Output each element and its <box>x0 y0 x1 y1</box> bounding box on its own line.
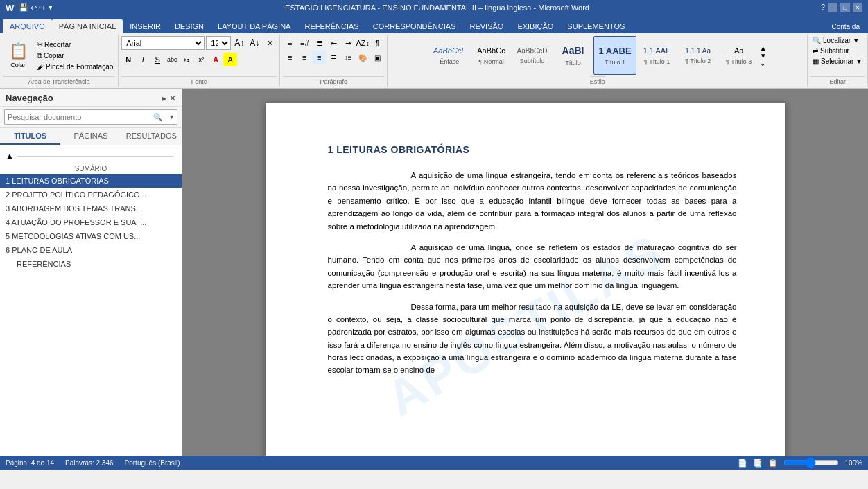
numbering-btn[interactable]: ≡# <box>297 36 311 50</box>
copy-button[interactable]: ⧉ Copiar <box>35 51 115 61</box>
tab-inserir[interactable]: INSERIR <box>123 19 168 33</box>
nav-collapse-btn[interactable]: ▸ <box>162 94 166 103</box>
styles-scroll-up[interactable]: ▲ <box>760 44 767 52</box>
style-titulo[interactable]: AaBI Título <box>553 36 593 75</box>
font-grow-btn[interactable]: A↑ <box>232 36 246 50</box>
style-normal[interactable]: AaBbCc ¶ Normal <box>471 36 511 75</box>
sort-btn[interactable]: AZ↕ <box>356 36 370 50</box>
tab-exibicao[interactable]: EXIBIÇÃO <box>510 19 560 33</box>
font-shrink-btn[interactable]: A↓ <box>248 36 261 50</box>
multilevel-btn[interactable]: ≣ <box>312 36 326 50</box>
align-center-btn[interactable]: ≡ <box>297 51 311 64</box>
font-group: Arial Times New Roman Calibri 12 10 11 1… <box>119 35 280 87</box>
style-titulo-label: Título <box>565 60 581 66</box>
style-titulo1[interactable]: 1 AABE Título 1 <box>593 36 636 75</box>
conta-btn[interactable]: Conta da <box>826 20 865 33</box>
increase-indent-btn[interactable]: ⇥ <box>341 36 355 50</box>
zoom-slider[interactable] <box>783 460 839 465</box>
align-left-btn[interactable]: ≡ <box>283 51 297 64</box>
underline-button[interactable]: S <box>150 53 164 66</box>
borders-btn[interactable]: ▣ <box>370 51 384 64</box>
toc-item-5[interactable]: 5 METODOLOGIAS ATIVAS COM US... <box>0 229 182 243</box>
view-read-btn[interactable]: 📋 <box>768 459 778 468</box>
nav-tab-titulos[interactable]: TÍTULOS <box>0 128 60 145</box>
undo-quick-btn[interactable]: ↩ <box>31 3 37 12</box>
justify-btn[interactable]: ≣ <box>327 51 340 64</box>
tab-layout[interactable]: LAYOUT DA PÁGINA <box>211 19 297 33</box>
cut-button[interactable]: ✂ Recortar <box>35 39 115 50</box>
editing-group-label: Editar <box>810 76 865 85</box>
font-row-1: Arial Times New Roman Calibri 12 10 11 1… <box>121 36 277 50</box>
redo-quick-btn[interactable]: ↪ <box>39 3 45 12</box>
minimize-btn[interactable]: ─ <box>828 3 837 12</box>
nav-tab-resultados[interactable]: RESULTADOS <box>121 128 182 145</box>
nav-tab-paginas[interactable]: PÁGINAS <box>60 128 121 145</box>
search-options-btn[interactable]: ▼ <box>166 114 177 121</box>
close-btn[interactable]: ✕ <box>853 3 862 12</box>
font-size-select[interactable]: 12 10 11 14 <box>206 36 231 50</box>
style-enfase[interactable]: AaBbCcL Ênfase <box>428 36 470 75</box>
nav-close-btn[interactable]: ✕ <box>169 94 176 103</box>
tab-suplementos[interactable]: SUPLEMENTOS <box>560 19 632 33</box>
tab-design[interactable]: DESIGN <box>168 19 211 33</box>
font-group-label: Fonte <box>121 76 277 85</box>
tab-revisao[interactable]: REVISÃO <box>462 19 510 33</box>
maximize-btn[interactable]: □ <box>840 3 850 12</box>
save-quick-btn[interactable]: 💾 <box>19 3 28 12</box>
select-btn[interactable]: ▦ Selecionar ▼ <box>810 57 865 66</box>
line-spacing-btn[interactable]: ↕≡ <box>341 51 355 64</box>
toc-item-refs[interactable]: REFERÊNCIAS <box>0 257 182 271</box>
font-content: Arial Times New Roman Calibri 12 10 11 1… <box>121 36 277 75</box>
strikethrough-button[interactable]: abc <box>165 53 179 66</box>
styles-expand[interactable]: ⌄ <box>760 60 767 67</box>
format-painter-button[interactable]: 🖌 Pincel de Formatação <box>35 62 115 71</box>
search-icon[interactable]: 🔍 <box>150 113 166 122</box>
highlight-btn[interactable]: A <box>223 53 237 66</box>
style-titulo2-preview: 1.1.1 Aa <box>685 46 711 56</box>
style-titulo1-2[interactable]: 1.1 AAE ¶ Título 1 <box>637 36 677 75</box>
style-titulo2[interactable]: 1.1.1 Aa ¶ Título 2 <box>678 36 718 75</box>
replace-btn[interactable]: ⇄ Substituir <box>810 46 851 55</box>
clear-format-btn[interactable]: ✕ <box>263 36 277 50</box>
align-right-btn[interactable]: ≡ <box>312 51 326 64</box>
search-input[interactable] <box>5 113 150 121</box>
decrease-indent-btn[interactable]: ⇤ <box>327 36 340 50</box>
style-titulo2-label: ¶ Título 2 <box>685 57 711 64</box>
style-titulo1-2-preview: 1.1 AAE <box>643 46 671 56</box>
style-titulo3[interactable]: Aa ¶ Título 3 <box>719 36 759 75</box>
toc-item-3[interactable]: 3 ABORDAGEM DOS TEMAS TRANS... <box>0 202 182 215</box>
tab-arquivo[interactable]: ARQUIVO <box>3 19 52 33</box>
styles-scroll-down[interactable]: ▼ <box>760 52 767 60</box>
toc-item-2[interactable]: 2 PROJETO POLÍTICO PEDAGÓGICO... <box>0 188 182 202</box>
italic-button[interactable]: I <box>136 53 150 66</box>
nav-up-arrow[interactable]: ▲ <box>6 151 14 161</box>
superscript-button[interactable]: x² <box>194 53 208 66</box>
tab-correspondencias[interactable]: CORRESPONDÊNCIAS <box>366 19 463 33</box>
toc-item-4[interactable]: 4 ATUAÇÃO DO PROFESSOR E SUA I... <box>0 215 182 229</box>
doc-heading: 1 LEITURAS OBRIGATÓRIAS <box>328 144 737 155</box>
toc-item-6[interactable]: 6 PLANO DE AULA <box>0 243 182 257</box>
tab-pagina-inicial[interactable]: PÁGINA INICIAL <box>52 19 123 33</box>
clipboard-content: 📋 Colar ✂ Recortar ⧉ Copiar 🖌 Pincel de … <box>3 36 115 75</box>
list-row: ≡ ≡# ≣ ⇤ ⇥ AZ↕ ¶ <box>283 36 384 50</box>
bullets-btn[interactable]: ≡ <box>283 36 297 50</box>
style-subtitulo-preview: AaBbCcD <box>517 46 548 56</box>
tab-referencias[interactable]: REFERÊNCIAS <box>297 19 365 33</box>
style-subtitulo[interactable]: AaBbCcD Subtítulo <box>512 36 552 75</box>
align-row: ≡ ≡ ≡ ≣ ↕≡ 🎨 ▣ <box>283 51 384 64</box>
paste-button[interactable]: 📋 Colar <box>3 37 33 73</box>
quick-access-dropdown[interactable]: ▼ <box>47 4 53 11</box>
status-bar: Página: 4 de 14 Palavras: 2.346 Portuguê… <box>0 456 868 470</box>
toc-item-1[interactable]: 1 LEITURAS OBRIGATÓRIAS <box>0 174 182 188</box>
bold-button[interactable]: N <box>121 53 135 66</box>
font-family-select[interactable]: Arial Times New Roman Calibri <box>121 36 205 50</box>
find-btn[interactable]: 🔍 Localizar ▼ <box>810 36 861 45</box>
subscript-button[interactable]: x₂ <box>180 53 193 66</box>
shading-btn[interactable]: 🎨 <box>356 51 370 64</box>
view-print-btn[interactable]: 📄 <box>738 459 747 468</box>
font-color-btn[interactable]: A <box>209 53 223 66</box>
help-btn[interactable]: ? <box>821 3 825 12</box>
view-web-btn[interactable]: 📑 <box>753 459 763 468</box>
show-marks-btn[interactable]: ¶ <box>370 36 384 50</box>
document-area[interactable]: APOSTILAS 1 LEITURAS OBRIGATÓRIAS A aqui… <box>182 89 868 456</box>
